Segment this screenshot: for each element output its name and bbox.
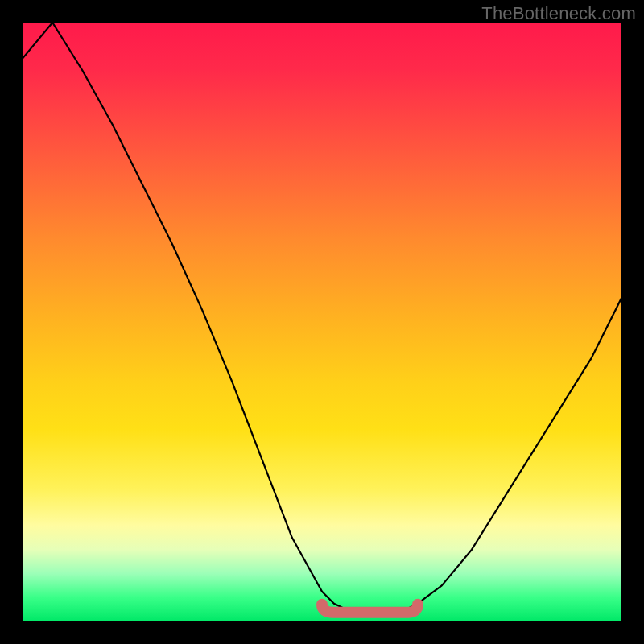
plot-area	[23, 23, 621, 621]
watermark-text: TheBottleneck.com	[481, 3, 636, 24]
chart-frame: TheBottleneck.com	[0, 0, 644, 644]
curve-layer	[23, 23, 621, 621]
bottleneck-curve	[23, 23, 621, 616]
bottom-flat-marker	[322, 605, 418, 613]
